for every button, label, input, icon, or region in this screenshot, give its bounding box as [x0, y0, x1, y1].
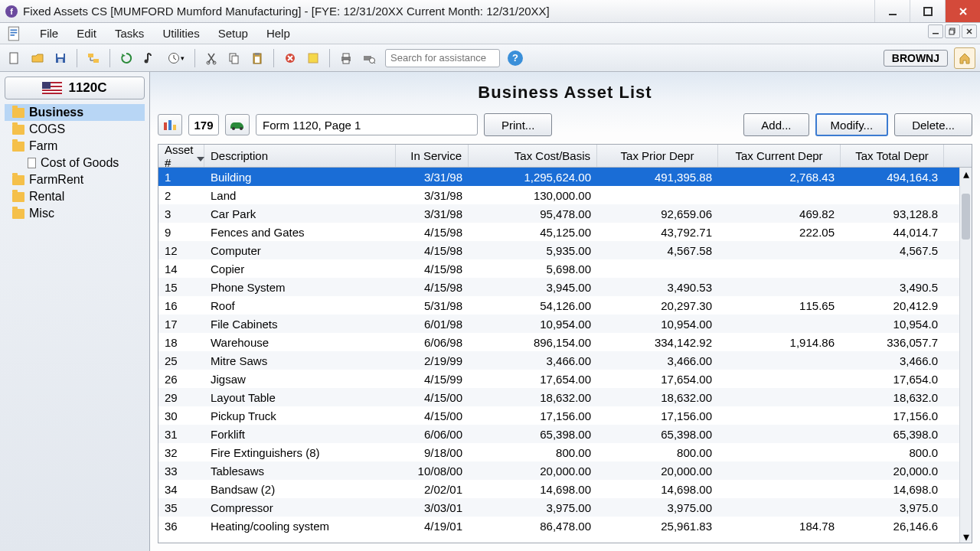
col-description[interactable]: Description	[204, 145, 396, 167]
sidebar-item-cost-of-goods[interactable]: Cost of Goods	[5, 155, 145, 171]
table-row[interactable]: 33Tablesaws10/08/0020,000.0020,000.0020,…	[158, 461, 959, 480]
svg-rect-8	[933, 33, 939, 34]
open-icon[interactable]	[28, 48, 47, 68]
form-page-label[interactable]: Form 1120, Page 1	[256, 114, 478, 135]
menu-edit[interactable]: Edit	[67, 24, 106, 43]
table-row[interactable]: 25Mitre Saws2/19/993,466.003,466.003,466…	[158, 351, 959, 370]
cell: Fire Extinguishers (8)	[204, 446, 396, 459]
table-row[interactable]: 1Building3/31/981,295,624.00491,395.882,…	[158, 168, 959, 186]
table-row[interactable]: 9Fences and Gates4/15/9845,125.0043,792.…	[158, 223, 959, 241]
cell: 115.65	[718, 299, 841, 312]
sidebar-item-rental[interactable]: Rental	[5, 188, 145, 205]
table-row[interactable]: 14Copier4/15/985,698.00	[158, 259, 959, 278]
scroll-thumb[interactable]	[962, 194, 970, 240]
search-input[interactable]	[385, 49, 500, 67]
cell: File Cabinets	[204, 318, 396, 331]
add-button[interactable]: Add...	[743, 113, 808, 136]
col-tax-total-depr[interactable]: Tax Total Depr	[841, 145, 944, 167]
table-row[interactable]: 3Car Park3/31/9895,478.0092,659.06469.82…	[158, 204, 959, 223]
cell: 17,156.00	[597, 409, 718, 422]
menu-help[interactable]: Help	[257, 24, 299, 43]
menu-setup[interactable]: Setup	[209, 24, 257, 43]
svg-rect-14	[58, 59, 63, 63]
sidebar-item-label: COGS	[29, 122, 65, 136]
mdi-minimize-button[interactable]	[928, 24, 943, 38]
folder-icon	[12, 209, 24, 219]
col-tax-current-depr[interactable]: Tax Current Depr	[718, 145, 841, 167]
svg-rect-35	[173, 125, 176, 130]
scroll-up-icon[interactable]: ▴	[960, 168, 972, 180]
table-row[interactable]: 12Computer4/15/985,935.004,567.584,567.5	[158, 241, 959, 259]
table-row[interactable]: 15Phone System4/15/983,945.003,490.533,4…	[158, 278, 959, 296]
table-row[interactable]: 17File Cabinets6/01/9810,954.0010,954.00…	[158, 315, 959, 333]
folder-tree-icon[interactable]	[83, 48, 103, 68]
col-asset-number[interactable]: Asset #	[158, 145, 204, 167]
new-icon[interactable]	[5, 48, 24, 68]
menu-file[interactable]: File	[31, 24, 67, 43]
svg-rect-22	[232, 56, 238, 64]
scroll-down-icon[interactable]: ▾	[960, 530, 972, 543]
sidebar: 1120C BusinessCOGSFarmCost of GoodsFarmR…	[0, 72, 150, 551]
cell: 16	[158, 299, 204, 312]
sidebar-item-farm[interactable]: Farm	[5, 138, 145, 155]
vehicle-icon[interactable]	[225, 114, 250, 135]
window-maximize-button[interactable]	[910, 0, 945, 22]
menu-tasks[interactable]: Tasks	[106, 24, 153, 43]
vertical-scrollbar[interactable]: ▴ ▾	[959, 168, 972, 543]
clock-icon[interactable]: ▾	[162, 48, 188, 68]
flag-us-icon	[42, 82, 62, 94]
save-icon[interactable]	[51, 48, 70, 68]
mdi-close-button[interactable]	[962, 24, 977, 38]
cell: 25	[158, 354, 204, 367]
search-field[interactable]	[390, 52, 495, 64]
svg-rect-2	[889, 14, 897, 15]
mdi-doc-icon	[6, 25, 23, 42]
table-row[interactable]: 2Land3/31/98130,000.00	[158, 186, 959, 204]
note-icon[interactable]	[303, 48, 323, 68]
delete-button[interactable]: Delete...	[894, 113, 972, 136]
cell: 17,654.00	[469, 373, 597, 386]
table-row[interactable]: 18Warehouse6/06/98896,154.00334,142.921,…	[158, 333, 959, 351]
print-button[interactable]: Print...	[484, 113, 552, 136]
sidebar-item-misc[interactable]: Misc	[5, 205, 145, 222]
sidebar-item-cogs[interactable]: COGS	[5, 121, 145, 138]
refresh-icon[interactable]	[116, 48, 136, 68]
table-row[interactable]: 30Pickup Truck4/15/0017,156.0017,156.001…	[158, 406, 959, 425]
mdi-restore-button[interactable]	[945, 24, 960, 38]
cell: 3/31/98	[396, 207, 469, 220]
copy-icon[interactable]	[224, 48, 244, 68]
window-minimize-button[interactable]	[874, 0, 910, 22]
table-row[interactable]: 26Jigsaw4/15/9917,654.0017,654.0017,654.…	[158, 370, 959, 388]
col-in-service[interactable]: In Service	[396, 145, 469, 167]
toolbar-separator	[109, 49, 110, 67]
cell: 5/31/98	[396, 299, 469, 312]
table-row[interactable]: 31Forklift6/06/0065,398.0065,398.0065,39…	[158, 425, 959, 443]
table-row[interactable]: 32Fire Extinguishers (8)9/18/00800.00800…	[158, 443, 959, 461]
col-tax-prior-depr[interactable]: Tax Prior Depr	[597, 145, 718, 167]
sidebar-item-farmrent[interactable]: FarmRent	[5, 171, 145, 188]
cell: 86,478.00	[469, 520, 597, 533]
music-note-icon[interactable]	[139, 48, 159, 68]
print-preview-icon[interactable]	[359, 48, 379, 68]
reassign-icon[interactable]	[158, 114, 182, 135]
cut-icon[interactable]	[201, 48, 221, 68]
table-row[interactable]: 35Compressor3/03/013,975.003,975.003,975…	[158, 498, 959, 517]
table-row[interactable]: 36Heating/cooling system4/19/0186,478.00…	[158, 517, 959, 535]
menu-utilities[interactable]: Utilities	[153, 24, 208, 43]
help-icon[interactable]: ?	[508, 51, 523, 66]
tax-form-selector[interactable]: 1120C	[5, 77, 145, 99]
cell: Layout Table	[204, 391, 396, 404]
cell: 334,142.92	[597, 336, 718, 349]
sidebar-item-business[interactable]: Business	[5, 104, 145, 121]
window-close-button[interactable]	[945, 0, 980, 22]
table-row[interactable]: 29Layout Table4/15/0018,632.0018,632.001…	[158, 388, 959, 406]
print-icon[interactable]	[336, 48, 356, 68]
table-row[interactable]: 16Roof5/31/9854,126.0020,297.30115.6520,…	[158, 296, 959, 315]
delete-icon[interactable]	[280, 48, 300, 68]
home-icon[interactable]	[954, 47, 975, 69]
svg-rect-24	[255, 53, 260, 55]
paste-icon[interactable]	[247, 48, 267, 68]
modify-button[interactable]: Modify...	[815, 113, 889, 136]
col-tax-cost[interactable]: Tax Cost/Basis	[469, 145, 597, 167]
table-row[interactable]: 34Bandsaw (2)2/02/0114,698.0014,698.0014…	[158, 480, 959, 498]
